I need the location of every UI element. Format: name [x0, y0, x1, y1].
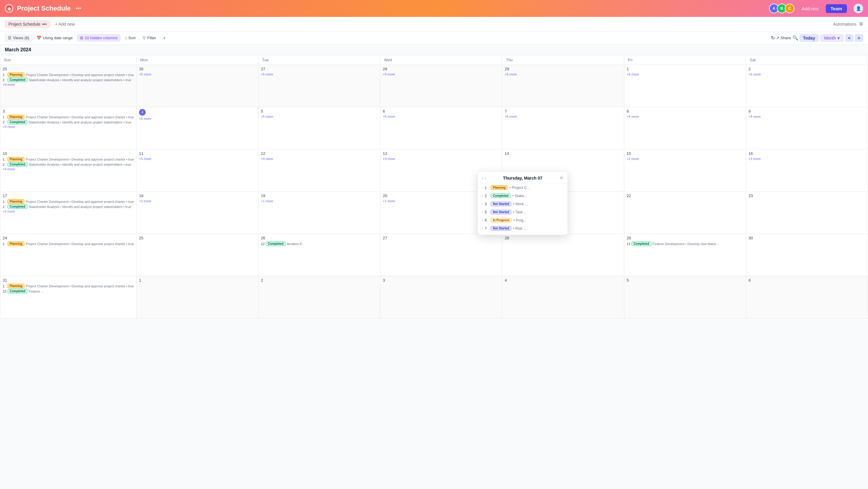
day-cell-27[interactable]: 27+5 more — [258, 65, 380, 107]
sort-button[interactable]: ↕ Sort — [122, 34, 138, 42]
day-cell-9[interactable]: 9+4 more — [746, 107, 868, 149]
popup-close-button[interactable]: ✕ — [559, 175, 563, 181]
event-row[interactable]: 2 Completed Stakeholder Analysis • Ident… — [3, 120, 134, 124]
day-cell-27[interactable]: 27 — [380, 234, 502, 276]
filter-button[interactable]: ▽ Filter — [140, 34, 159, 42]
event-row[interactable]: 1 Planning Project Charter Development •… — [3, 115, 134, 119]
day-cell-23[interactable]: 23 — [746, 192, 868, 234]
popup-item[interactable]: › 7 Not Started • Risk ... — [478, 224, 568, 232]
day-cell-25[interactable]: 251 Planning Project Charter Development… — [0, 65, 136, 107]
more-events-link[interactable]: +6 more — [749, 73, 865, 76]
search-button[interactable]: 🔍 — [792, 35, 798, 41]
more-events-link[interactable]: +2 more — [749, 157, 865, 161]
popup-item[interactable]: › 2 Completed • Stake... — [478, 192, 568, 200]
event-row[interactable]: 2 Completed Stakeholder Analysis • Ident… — [3, 204, 134, 209]
views-button[interactable]: ☰ Views (8) — [5, 34, 32, 42]
event-row[interactable]: 1 Planning Project Charter Development •… — [3, 73, 134, 77]
day-cell-5[interactable]: 5 — [624, 276, 746, 318]
more-events-link[interactable]: +5 more — [139, 117, 256, 120]
hidden-columns-button[interactable]: ⊞ 10 hidden columns — [77, 34, 121, 42]
month-button[interactable]: Month ▾ — [820, 34, 844, 42]
day-cell-19[interactable]: 19+1 more — [258, 192, 380, 234]
more-events-link[interactable]: +3 more — [383, 157, 499, 161]
popup-item[interactable]: › 6 In Progress • Prog... — [478, 216, 568, 224]
prev-button[interactable]: < — [845, 34, 854, 42]
more-events-link[interactable]: +2 more — [139, 199, 256, 203]
day-cell-29[interactable]: 29+5 more — [502, 65, 624, 107]
day-cell-29[interactable]: 2913 Completed Feature Development • Dev… — [624, 234, 746, 276]
more-events-link[interactable]: +4 more — [261, 157, 378, 161]
popup-next-button[interactable]: › — [485, 176, 486, 180]
project-schedule-tab[interactable]: Project Schedule ••• — [5, 20, 50, 28]
event-row[interactable]: 2 Completed Stakeholder Analysis • Ident… — [3, 78, 134, 82]
day-cell-11[interactable]: 11+5 more — [136, 149, 258, 192]
day-cell-28[interactable]: 28 — [502, 234, 624, 276]
more-events-link[interactable]: +5 more — [139, 73, 256, 76]
event-row[interactable]: 13 Completed Feature Development • Devel… — [627, 241, 743, 246]
date-range-button[interactable]: 📅 Using date range — [33, 34, 76, 42]
more-events-link[interactable]: +5 more — [261, 115, 378, 118]
more-events-link[interactable]: +5 more — [504, 73, 621, 76]
day-cell-16[interactable]: 16+2 more — [746, 149, 868, 192]
day-cell-18[interactable]: 18+2 more — [136, 192, 258, 234]
day-cell-6[interactable]: 6+5 more — [380, 107, 502, 149]
day-cell-2[interactable]: 2 — [258, 276, 380, 318]
user-avatar[interactable]: 👤 — [854, 4, 863, 13]
day-cell-31[interactable]: 311 Planning Project Charter Development… — [0, 276, 136, 318]
automations-button[interactable]: Automations — [833, 22, 857, 27]
day-cell-10[interactable]: 101 Planning Project Charter Development… — [0, 149, 136, 192]
add-new-button[interactable]: + Add new — [53, 20, 78, 28]
event-row[interactable]: 12 Completed Iteration P... — [261, 241, 378, 246]
event-row[interactable]: 13 Completed Feature ... — [3, 289, 134, 293]
tab-more-dots[interactable]: ••• — [42, 22, 47, 27]
day-cell-4[interactable]: 4+5 more — [136, 107, 258, 149]
team-button[interactable]: Team — [826, 4, 847, 13]
day-cell-26[interactable]: 26+5 more — [136, 65, 258, 107]
more-events-link[interactable]: +5 more — [504, 115, 621, 118]
more-events-link[interactable]: +5 more — [3, 83, 134, 86]
day-cell-3[interactable]: 3 — [380, 276, 502, 318]
more-events-link[interactable]: +4 more — [3, 167, 134, 171]
day-cell-3[interactable]: 31 Planning Project Charter Development … — [0, 107, 136, 149]
day-cell-30[interactable]: 30 — [746, 234, 868, 276]
header-more-dots[interactable]: ••• — [76, 5, 82, 12]
more-events-link[interactable]: +2 more — [627, 157, 743, 161]
add-ons-button[interactable]: Add-ons — [802, 6, 818, 11]
more-events-link[interactable]: +4 more — [749, 115, 865, 118]
popup-item[interactable]: › 5 Not Started • Task ... — [478, 208, 568, 216]
more-events-link[interactable]: +5 more — [383, 73, 499, 76]
day-cell-7[interactable]: 7+5 more — [502, 107, 624, 149]
event-row[interactable]: 1 Planning Project Charter Development •… — [3, 284, 134, 288]
day-cell-15[interactable]: 15+2 more — [624, 149, 746, 192]
day-cell-12[interactable]: 12+4 more — [258, 149, 380, 192]
day-cell-4[interactable]: 4 — [502, 276, 624, 318]
popup-item[interactable]: › 1 Planning • Project C... — [478, 183, 568, 192]
day-cell-6[interactable]: 6 — [746, 276, 868, 318]
more-events-link[interactable]: +2 more — [3, 209, 134, 213]
today-button[interactable]: Today — [800, 34, 819, 42]
day-cell-1[interactable]: 1 — [136, 276, 258, 318]
event-row[interactable]: 2 Completed Stakeholder Analysis • Ident… — [3, 162, 134, 167]
more-events-link[interactable]: +1 more — [261, 199, 378, 203]
event-row[interactable]: 1 Planning Project Charter Development •… — [3, 199, 134, 204]
popup-item[interactable]: › 3 Not Started • Work ... — [478, 200, 568, 208]
day-cell-28[interactable]: 28+5 more — [380, 65, 502, 107]
more-events-link[interactable]: +6 more — [627, 73, 743, 76]
event-row[interactable]: 1 Planning Project Charter Development •… — [3, 241, 134, 246]
more-events-link[interactable]: +5 more — [139, 157, 256, 161]
refresh-button[interactable]: ↻ — [771, 35, 775, 41]
more-events-link[interactable]: +4 more — [627, 115, 743, 118]
share-button[interactable]: ↗ Share — [776, 36, 791, 40]
day-cell-25[interactable]: 25 — [136, 234, 258, 276]
day-cell-22[interactable]: 22 — [624, 192, 746, 234]
more-events-link[interactable]: +5 more — [383, 115, 499, 118]
plus-button[interactable]: + — [160, 34, 168, 42]
gear-icon[interactable]: ⚙ — [859, 21, 863, 27]
next-button[interactable]: > — [855, 34, 863, 42]
day-cell-26[interactable]: 2612 Completed Iteration P... — [258, 234, 380, 276]
day-cell-5[interactable]: 5+5 more — [258, 107, 380, 149]
more-events-link[interactable]: +5 more — [261, 73, 378, 76]
day-cell-8[interactable]: 8+4 more — [624, 107, 746, 149]
popup-prev-button[interactable]: ‹ — [482, 176, 484, 180]
more-events-link[interactable]: +5 more — [3, 125, 134, 128]
